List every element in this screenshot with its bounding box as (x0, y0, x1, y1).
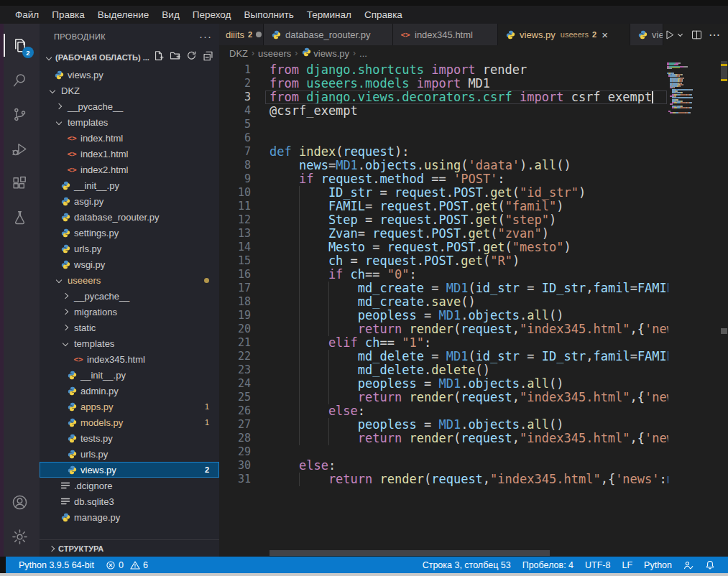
tree-folder-DKZ[interactable]: DKZ (40, 83, 219, 98)
menu-item-Файл[interactable]: Файл (9, 9, 45, 20)
breadcrumb-item-useeers[interactable]: useeers (258, 48, 291, 59)
tree-file-.dcignore[interactable]: .dcignore (40, 478, 219, 493)
menu-item-Выделение[interactable]: Выделение (91, 9, 156, 20)
code-line-6[interactable]: 6 (219, 131, 668, 145)
code-line-11[interactable]: 11FAMIL= request.POST.get("famil") (219, 200, 668, 213)
tree-file-models.py[interactable]: models.py1 (40, 414, 219, 430)
code-editor[interactable]: 1from django.shortcuts import render2fro… (219, 61, 728, 557)
breadcrumb-item-...[interactable]: ... (359, 48, 367, 59)
tree-folder-templates[interactable]: templates (40, 114, 219, 130)
tree-file-index345.html[interactable]: <>index345.html (40, 351, 219, 367)
code-line-17[interactable]: 17md_create = MD1(id_str = ID_str,famil=… (219, 282, 668, 295)
tree-file-views.py[interactable]: views.py2 (40, 462, 219, 478)
new-file-icon[interactable] (153, 50, 164, 64)
horizontal-scrollbar[interactable] (269, 550, 550, 556)
code-line-23[interactable]: 23md_delete.delete() (219, 363, 668, 377)
tree-file-tests.py[interactable]: tests.py (40, 430, 219, 446)
run-dropdown-icon[interactable] (678, 31, 683, 36)
tree-folder-__pycache__[interactable]: __pycache__ (40, 98, 219, 114)
tree-file-__init__.py[interactable]: __init__.py (40, 177, 219, 193)
code-line-20[interactable]: 20return render(request,"index345.html",… (219, 322, 668, 336)
run-icon[interactable] (663, 29, 676, 41)
workspace-section-header[interactable]: (РАБОЧАЯ ОБЛАСТЬ) ... (40, 49, 219, 65)
code-line-25[interactable]: 25return render(request,"index345.html",… (219, 391, 668, 404)
tree-folder-__pycache__[interactable]: __pycache__ (40, 288, 219, 304)
tree-file-admin.py[interactable]: admin.py (40, 383, 219, 399)
explorer-icon[interactable]: 2 (0, 28, 40, 62)
status-eol[interactable]: LF (616, 560, 638, 570)
tree-file-asgi.py[interactable]: asgi.py (40, 193, 219, 209)
new-folder-icon[interactable] (170, 50, 180, 64)
menu-item-Переход[interactable]: Переход (186, 9, 238, 20)
python-interpreter[interactable]: Python 3.9.5 64-bit (13, 560, 100, 570)
tree-folder-static[interactable]: static (40, 320, 219, 335)
tree-file-db.sqlite3[interactable]: db.sqlite3 (40, 493, 219, 509)
code-line-19[interactable]: 19peopless = MD1.objects.all() (219, 309, 668, 322)
status-encoding[interactable]: UTF-8 (579, 560, 616, 570)
code-line-4[interactable]: 4@csrf_exempt (219, 104, 668, 118)
tree-file-urls.py[interactable]: urls.py (40, 241, 219, 256)
code-line-31[interactable]: 31return render(request,"index345.html",… (219, 473, 668, 486)
tree-folder-useeers[interactable]: useeers (40, 272, 219, 288)
tree-file-apps.py[interactable]: apps.py1 (40, 399, 219, 414)
extensions-icon[interactable] (0, 166, 40, 200)
run-debug-icon[interactable] (0, 131, 40, 166)
tree-file-wsgi.py[interactable]: wsgi.py (40, 256, 219, 272)
menu-item-Выполнить[interactable]: Выполнить (237, 9, 300, 20)
more-actions-icon[interactable]: ⋯ (706, 28, 724, 42)
menu-item-Справка[interactable]: Справка (358, 9, 409, 20)
tree-file-index2.html[interactable]: <>index2.html (40, 162, 219, 177)
tree-folder-migrations[interactable]: migrations (40, 304, 219, 320)
code-line-22[interactable]: 22md_delete = MD1(id_str = ID_str,famil=… (219, 350, 668, 363)
code-line-12[interactable]: 12Step = request.POST.get("step") (219, 213, 668, 227)
code-line-18[interactable]: 18md_create.save() (219, 295, 668, 309)
tree-file-database_roouter.py[interactable]: database_roouter.py (40, 209, 219, 225)
code-line-1[interactable]: 1from django.shortcuts import render (219, 63, 668, 77)
tree-file-index1.html[interactable]: <>index1.html (40, 146, 219, 162)
account-icon[interactable] (0, 485, 40, 519)
code-line-10[interactable]: 10ID_str = request.POST.get("id_str") (219, 186, 668, 200)
minimap[interactable] (667, 62, 719, 177)
code-line-26[interactable]: 26else: (219, 404, 668, 418)
breadcrumb-item-views.py[interactable]: views.py (301, 47, 349, 59)
status-language-mode[interactable]: Python (638, 560, 678, 570)
search-icon[interactable] (0, 62, 40, 97)
tab-vie[interactable]: vie (630, 24, 663, 45)
menu-item-Правка[interactable]: Правка (45, 9, 91, 20)
code-line-3[interactable]: 3from django.views.decorators.csrf impor… (219, 90, 668, 104)
overview-ruler[interactable] (720, 61, 728, 557)
tab-views.py[interactable]: views.pyuseeers2× (498, 24, 630, 45)
tree-file-views.py[interactable]: views.py (40, 67, 219, 83)
refresh-icon[interactable] (186, 50, 197, 64)
tree-file-manage.py[interactable]: manage.py (40, 509, 219, 525)
code-line-14[interactable]: 14Mesto = request.POST.get("mesto") (219, 241, 668, 254)
close-icon[interactable]: × (602, 29, 608, 41)
code-line-13[interactable]: 13Zvan= request.POST.get("zvan") (219, 227, 668, 241)
code-line-30[interactable]: 30else: (219, 459, 668, 473)
testing-icon[interactable] (0, 200, 40, 235)
source-control-icon[interactable] (0, 97, 40, 131)
tab-database_roouter.py[interactable]: database_roouter.py (264, 24, 393, 45)
code-line-16[interactable]: 16if ch== "0": (219, 268, 668, 282)
code-line-24[interactable]: 24peopless = MD1.objects.all() (219, 377, 668, 391)
code-line-8[interactable]: 8news=MD1.objects.using('daata').all() (219, 159, 668, 172)
code-line-15[interactable]: 15ch = request.POST.get("R") (219, 254, 668, 268)
code-line-28[interactable]: 28return render(request,"index345.html",… (219, 432, 668, 445)
code-line-29[interactable]: 29 (219, 445, 668, 459)
tree-file-index.html[interactable]: <>index.html (40, 130, 219, 146)
menu-item-Вид[interactable]: Вид (155, 9, 185, 20)
split-editor-icon[interactable] (691, 29, 703, 41)
status-indentation[interactable]: Пробелов: 4 (517, 560, 579, 570)
breadcrumb-item-DKZ[interactable]: DKZ (229, 48, 248, 59)
status-cursor-position[interactable]: Строка 3, столбец 53 (417, 560, 517, 570)
code-line-9[interactable]: 9if request.method == 'POST': (219, 172, 668, 186)
collapse-all-icon[interactable] (203, 50, 213, 64)
menu-item-Терминал[interactable]: Терминал (300, 9, 358, 20)
problems-indicator[interactable]: 06 (100, 560, 154, 570)
tree-file-settings.py[interactable]: settings.py (40, 225, 219, 241)
code-line-7[interactable]: 7def index(request): (219, 145, 668, 159)
code-line-27[interactable]: 27peopless = MD1.objects.all() (219, 418, 668, 432)
code-line-2[interactable]: 2from useeers.models import MD1 (219, 77, 668, 90)
code-line-5[interactable]: 5 (219, 118, 668, 131)
feedback-icon[interactable] (678, 560, 699, 570)
